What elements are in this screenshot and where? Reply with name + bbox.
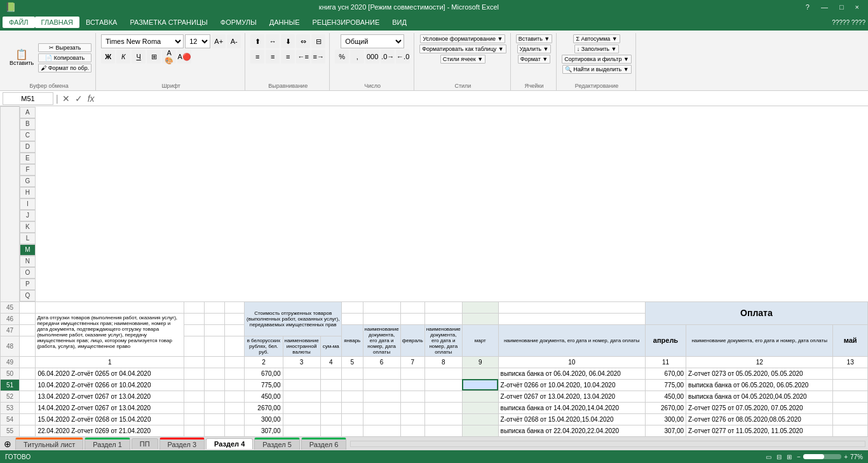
cell-j53[interactable] (363, 402, 400, 413)
bold-button[interactable]: Ж (101, 50, 115, 64)
cell-q53[interactable] (833, 402, 868, 413)
col-header-b[interactable]: B (20, 118, 36, 130)
cell-p50[interactable]: Z-отчет 0273 от 05.05.2020, 05.05.2020 (686, 368, 833, 379)
view-layout-icon[interactable]: ⊟ (776, 453, 782, 460)
percent-btn[interactable]: % (335, 50, 349, 64)
cell-l55[interactable] (424, 425, 462, 436)
align-left-btn[interactable]: ≡ (250, 50, 264, 64)
cell-c50[interactable] (184, 368, 205, 379)
cell-g49[interactable]: 3 (283, 356, 320, 368)
cell-o52[interactable]: 450,00 (645, 390, 686, 402)
cell-i54[interactable] (341, 413, 363, 425)
cell-j55[interactable] (363, 425, 400, 436)
cell-n52[interactable]: Z-отчет 0267 от 13.04.2020, 13.04.2020 (498, 390, 645, 402)
cell-k54[interactable] (400, 413, 424, 425)
cell-p49[interactable]: 12 (686, 356, 833, 368)
zoom-slider[interactable] (803, 454, 841, 459)
cell-h51[interactable] (320, 379, 341, 390)
decimal-increase-btn[interactable]: .0→ (381, 50, 395, 64)
cell-c47[interactable] (184, 324, 205, 336)
name-box[interactable] (3, 92, 53, 105)
cell-a46[interactable] (20, 313, 36, 324)
sheet-tab-section6[interactable]: Раздел 6 (301, 438, 347, 450)
cell-d53[interactable] (204, 402, 224, 413)
col-header-c[interactable]: C (20, 130, 36, 141)
cell-n46[interactable] (498, 313, 645, 324)
cell-n49[interactable]: 10 (498, 356, 645, 368)
col-header-j[interactable]: J (20, 210, 36, 221)
cell-g50[interactable] (283, 368, 320, 379)
sheet-tab-section1[interactable]: Раздел 1 (85, 438, 130, 450)
cell-i53[interactable] (341, 402, 363, 413)
cell-f50[interactable]: 670,00 (245, 368, 283, 379)
col-header-f[interactable]: F (20, 164, 36, 176)
cell-m55[interactable] (462, 425, 498, 436)
cell-l54[interactable] (424, 413, 462, 425)
cell-e47[interactable] (224, 324, 245, 336)
cell-m47-header[interactable]: март (462, 324, 498, 356)
cell-o45-q46-header[interactable]: Оплата (645, 301, 867, 324)
cell-c52[interactable] (184, 390, 205, 402)
cell-k49[interactable]: 7 (400, 356, 424, 368)
underline-button[interactable]: Ч (132, 50, 146, 64)
merge-btn[interactable]: ⊟ (311, 34, 325, 48)
fill-color-button[interactable]: A🎨 (162, 50, 176, 64)
cell-h49[interactable]: 4 (320, 356, 341, 368)
cell-l52[interactable] (424, 390, 462, 402)
cell-n50[interactable]: выписка банка от 06.04.2020, 06.04.2020 (498, 368, 645, 379)
cell-k50[interactable] (400, 368, 424, 379)
cell-p51[interactable]: выписка банка от 06.05.2020, 06.05.2020 (686, 379, 833, 390)
cell-a48[interactable] (20, 336, 36, 356)
cell-j49[interactable]: 6 (363, 356, 400, 368)
cell-c48[interactable] (184, 336, 205, 356)
cell-g52[interactable] (283, 390, 320, 402)
cell-a53[interactable] (20, 402, 36, 413)
cell-n55[interactable]: выписка банка от 22.04.2020,22.04.2020 (498, 425, 645, 436)
decimal-decrease-btn[interactable]: ←.0 (396, 50, 410, 64)
cell-a50[interactable] (20, 368, 36, 379)
cell-e49[interactable] (224, 356, 245, 368)
cell-k53[interactable] (400, 402, 424, 413)
cell-e52[interactable] (224, 390, 245, 402)
cell-c55[interactable] (184, 425, 205, 436)
cell-n47-header[interactable]: наименование документа, его дата и номер… (498, 324, 645, 356)
cell-p53[interactable]: Z-отчет 0275 от 07.05.2020, 07.05.2020 (686, 402, 833, 413)
cell-j45[interactable] (363, 301, 400, 313)
cell-b55[interactable]: 22.04.2020 Z-отчет 0269 от 21.04.2020 (36, 425, 184, 436)
cell-e53[interactable] (224, 402, 245, 413)
sheet-tab-section5[interactable]: Раздел 5 (254, 438, 300, 450)
confirm-formula-icon[interactable]: ✓ (74, 93, 84, 104)
cell-d52[interactable] (204, 390, 224, 402)
cell-g48-sub[interactable]: наименование иностранной валюты (283, 336, 320, 356)
sheet-tab-section4[interactable]: Раздел 4 (206, 438, 253, 449)
cell-l53[interactable] (424, 402, 462, 413)
cell-c45[interactable] (184, 301, 205, 313)
cell-d55[interactable] (204, 425, 224, 436)
cell-b51[interactable]: 10.04.2020 Z-отчёт 0266 от 10.04.2020 (36, 379, 184, 390)
add-sheet-button[interactable]: ⊕ (0, 439, 15, 449)
maximize-btn[interactable]: □ (836, 3, 848, 11)
cell-m54[interactable] (462, 413, 498, 425)
menu-file[interactable]: ФАЙЛ (3, 17, 35, 28)
cell-a55[interactable] (20, 425, 36, 436)
cell-n54[interactable]: Z-отчёт 0268 от 15.04.2020,15.04.2020 (498, 413, 645, 425)
cell-i45[interactable] (341, 301, 363, 313)
cell-b46-header[interactable]: Дата отгрузки товаров (выполнения работ,… (36, 313, 184, 356)
cell-o55[interactable]: 307,00 (645, 425, 686, 436)
decrease-font-btn[interactable]: A- (227, 34, 241, 48)
indent-increase-btn[interactable]: ≡→ (311, 50, 325, 64)
format-table-button[interactable]: Форматировать как таблицу ▼ (419, 45, 506, 53)
cell-l45[interactable] (424, 301, 462, 313)
cell-h50[interactable] (320, 368, 341, 379)
cell-f52[interactable]: 450,00 (245, 390, 283, 402)
wrap-text-btn[interactable]: ⇔ (296, 34, 310, 48)
zoom-decrease-btn[interactable]: − (797, 453, 801, 460)
sheet-tab-pp[interactable]: ПП (132, 438, 158, 449)
view-normal-icon[interactable]: ▭ (766, 453, 771, 460)
cell-b53[interactable]: 14.04.2020 Z-отчет 0267 от 13.04.2020 (36, 402, 184, 413)
number-format-select[interactable]: Общий Числовой Денежный Финансовый Кратк… (341, 34, 404, 48)
cell-f53[interactable]: 2670,00 (245, 402, 283, 413)
col-header-d[interactable]: D (20, 141, 36, 153)
cell-h54[interactable] (320, 413, 341, 425)
menu-view[interactable]: ВИД (386, 17, 413, 28)
